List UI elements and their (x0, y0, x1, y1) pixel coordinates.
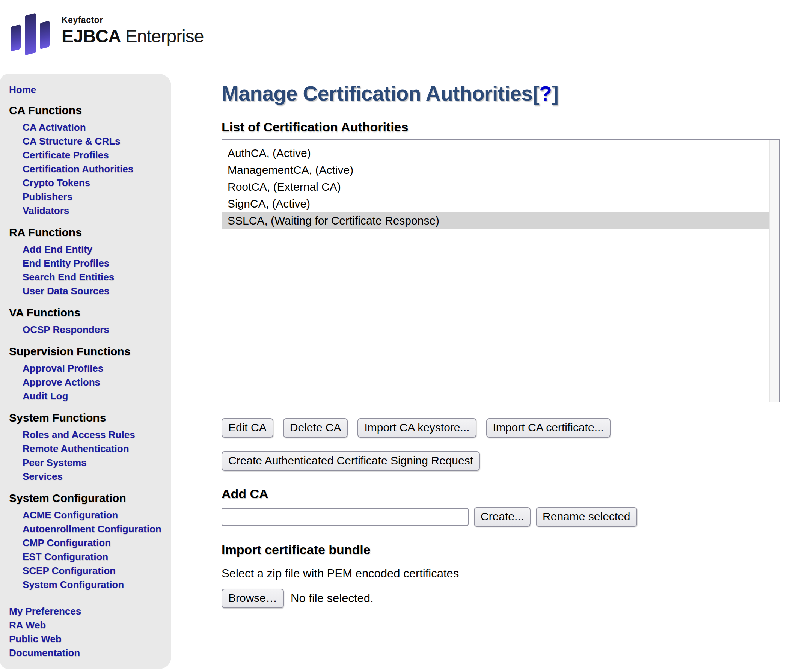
ca-list-option[interactable]: SignCA, (Active) (222, 195, 779, 212)
sidebar-item-autoenrollment-configuration[interactable]: Autoenrollment Configuration (22, 522, 164, 536)
sidebar: Home CA Functions CA Activation CA Struc… (0, 74, 171, 669)
sidebar-section-title: VA Functions (9, 306, 164, 319)
file-status-text: No file selected. (291, 592, 374, 605)
sidebar-section-title: CA Functions (9, 104, 164, 117)
ca-actions-row: Edit CA Delete CA Import CA keystore... … (221, 418, 780, 438)
logo-text: Keyfactor EJBCAEnterprise (62, 4, 204, 47)
create-ca-button[interactable]: Create... (474, 507, 531, 527)
import-ca-keystore-button[interactable]: Import CA keystore... (357, 418, 476, 438)
sidebar-footer: My Preferences RA Web Public Web Documen… (9, 604, 164, 660)
app-logo-link[interactable]: Keyfactor EJBCAEnterprise (10, 4, 250, 58)
sidebar-item-services[interactable]: Services (22, 470, 164, 484)
app-header: Keyfactor EJBCAEnterprise (0, 0, 787, 74)
import-bundle-heading: Import certificate bundle (221, 543, 780, 557)
sidebar-item-acme-configuration[interactable]: ACME Configuration (22, 508, 164, 522)
sidebar-item-home[interactable]: Home (9, 84, 164, 96)
logo-product: EJBCA (62, 26, 121, 46)
ca-list-option[interactable]: ManagementCA, (Active) (222, 161, 779, 178)
ca-list-option[interactable]: RootCA, (External CA) (222, 178, 779, 195)
csr-row: Create Authenticated Certificate Signing… (221, 451, 780, 471)
sidebar-section-title: Supervision Functions (9, 345, 164, 358)
sidebar-item-ocsp-responders[interactable]: OCSP Responders (22, 323, 164, 337)
sidebar-item-add-end-entity[interactable]: Add End Entity (22, 243, 164, 256)
sidebar-item-ra-web[interactable]: RA Web (9, 618, 164, 632)
import-bundle-description: Select a zip file with PEM encoded certi… (221, 567, 780, 581)
add-ca-name-input[interactable] (221, 508, 469, 526)
sidebar-section-title: System Functions (9, 412, 164, 424)
rename-selected-button[interactable]: Rename selected (536, 507, 637, 527)
ca-list-option[interactable]: AuthCA, (Active) (222, 145, 779, 161)
sidebar-item-ca-structure-crls[interactable]: CA Structure & CRLs (22, 134, 164, 148)
delete-ca-button[interactable]: Delete CA (283, 418, 348, 438)
sidebar-item-user-data-sources[interactable]: User Data Sources (22, 284, 164, 298)
sidebar-item-approval-profiles[interactable]: Approval Profiles (22, 361, 164, 375)
sidebar-item-scep-configuration[interactable]: SCEP Configuration (22, 564, 164, 578)
ca-listbox[interactable]: AuthCA, (Active) ManagementCA, (Active) … (221, 139, 780, 402)
sidebar-item-public-web[interactable]: Public Web (9, 632, 164, 646)
sidebar-item-ca-activation[interactable]: CA Activation (22, 120, 164, 134)
file-input-row: Browse… No file selected. (221, 588, 780, 608)
help-link[interactable]: [?] (533, 82, 558, 105)
sidebar-item-search-end-entities[interactable]: Search End Entities (22, 270, 164, 284)
help-question-mark: ? (539, 82, 552, 105)
sidebar-item-certificate-profiles[interactable]: Certificate Profiles (22, 148, 164, 162)
keyfactor-logo-icon (10, 4, 50, 58)
sidebar-item-validators[interactable]: Validators (22, 204, 164, 218)
sidebar-section: CA Functions CA Activation CA Structure … (9, 104, 164, 218)
sidebar-section: System Functions Roles and Access Rules … (9, 412, 164, 484)
sidebar-item-certification-authorities[interactable]: Certification Authorities (22, 162, 164, 176)
browse-button[interactable]: Browse… (221, 588, 284, 608)
create-authenticated-csr-button[interactable]: Create Authenticated Certificate Signing… (221, 451, 480, 471)
add-ca-row: Create... Rename selected (221, 507, 780, 527)
sidebar-section: System Configuration ACME Configuration … (9, 492, 164, 592)
logo-brand: Keyfactor (62, 15, 204, 25)
edit-ca-button[interactable]: Edit CA (221, 418, 273, 438)
ca-list-heading: List of Certification Authorities (221, 120, 780, 134)
sidebar-section-title: RA Functions (9, 226, 164, 239)
logo-edition: Enterprise (125, 26, 204, 46)
sidebar-item-cmp-configuration[interactable]: CMP Configuration (22, 536, 164, 550)
sidebar-item-documentation[interactable]: Documentation (9, 646, 164, 660)
page-title-text: Manage Certification Authorities (221, 82, 533, 105)
sidebar-item-crypto-tokens[interactable]: Crypto Tokens (22, 176, 164, 190)
sidebar-section: RA Functions Add End Entity End Entity P… (9, 226, 164, 298)
add-ca-heading: Add CA (221, 487, 780, 501)
sidebar-item-roles-and-access-rules[interactable]: Roles and Access Rules (22, 428, 164, 442)
sidebar-section: VA Functions OCSP Responders (9, 306, 164, 337)
sidebar-item-remote-authentication[interactable]: Remote Authentication (22, 442, 164, 456)
sidebar-item-publishers[interactable]: Publishers (22, 190, 164, 204)
main-content: Manage Certification Authorities[?] List… (171, 74, 787, 608)
sidebar-item-est-configuration[interactable]: EST Configuration (22, 550, 164, 564)
sidebar-section-title: System Configuration (9, 492, 164, 505)
page-title: Manage Certification Authorities[?] (221, 82, 780, 106)
ca-list-option[interactable]: SSLCA, (Waiting for Certificate Response… (222, 212, 779, 229)
sidebar-item-my-preferences[interactable]: My Preferences (9, 604, 164, 618)
import-ca-certificate-button[interactable]: Import CA certificate... (486, 418, 610, 438)
sidebar-item-system-configuration[interactable]: System Configuration (22, 578, 164, 592)
sidebar-item-approve-actions[interactable]: Approve Actions (22, 375, 164, 389)
sidebar-item-end-entity-profiles[interactable]: End Entity Profiles (22, 256, 164, 270)
sidebar-section: Supervision Functions Approval Profiles … (9, 345, 164, 403)
sidebar-item-peer-systems[interactable]: Peer Systems (22, 456, 164, 470)
sidebar-item-audit-log[interactable]: Audit Log (22, 389, 164, 403)
listbox-scrollbar[interactable] (770, 140, 779, 402)
